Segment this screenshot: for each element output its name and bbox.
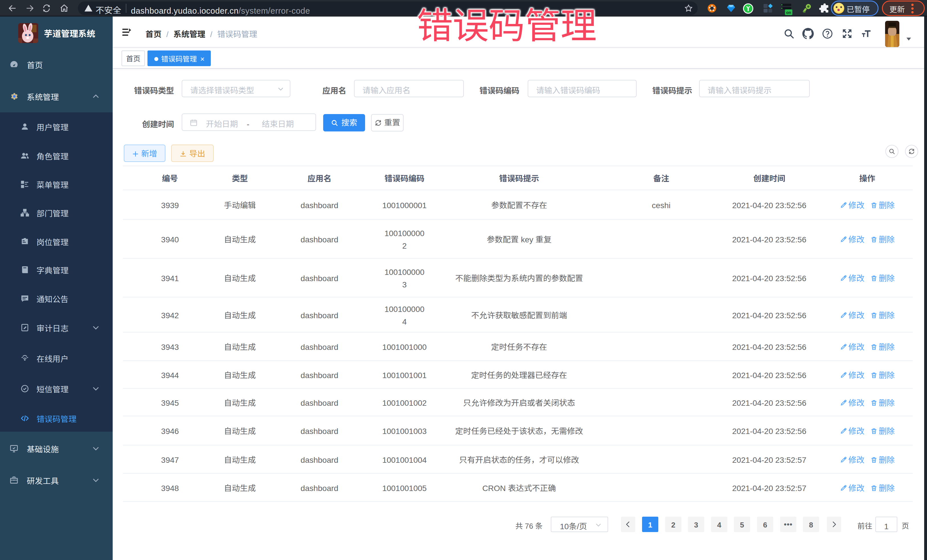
svg-text:on: on [786,9,791,15]
